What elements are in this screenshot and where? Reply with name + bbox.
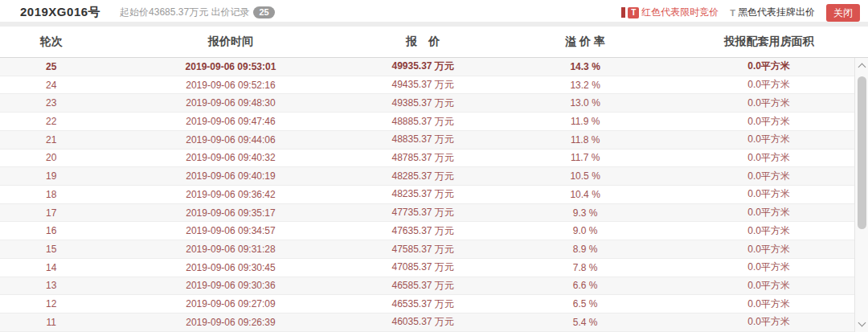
cell-bid-time: 2019-09-06 09:53:01	[103, 61, 359, 72]
table-body: 25 2019-09-06 09:53:01 49935.37 万元 14.3 …	[0, 58, 854, 332]
start-price-and-count: 起始价43685.37万元 出价记录 25	[120, 6, 275, 19]
table-row: 23 2019-09-06 09:48:30 49385.37 万元 13.0 …	[0, 94, 854, 113]
cell-support-area: 0.0平方米	[683, 59, 854, 73]
cell-bid-price: 46035.37 万元	[358, 315, 486, 329]
column-header-time: 报价时间	[103, 35, 359, 49]
cell-round: 24	[0, 80, 103, 91]
legend-red-label: 红色代表限时竞价	[641, 6, 719, 19]
cell-bid-price: 48885.37 万元	[358, 115, 486, 129]
table-row: 20 2019-09-06 09:40:32 48785.37 万元 11.7 …	[0, 150, 854, 168]
cell-premium-rate: 11.9 %	[487, 116, 683, 127]
column-header-price: 报 价	[358, 35, 486, 49]
cell-bid-price: 47585.37 万元	[358, 243, 486, 256]
cell-bid-price: 49435.37 万元	[358, 78, 486, 92]
cell-premium-rate: 9.0 %	[487, 225, 683, 236]
cell-bid-price: 49935.37 万元	[358, 59, 486, 73]
cell-support-area: 0.0平方米	[683, 115, 854, 129]
title-bar: 2019XG016号 起始价43685.37万元 出价记录 25 T 红色代表限…	[0, 0, 868, 22]
cell-bid-time: 2019-09-06 09:30:36	[103, 280, 359, 291]
cell-bid-price: 47085.37 万元	[358, 260, 486, 274]
cell-bid-price: 46585.37 万元	[358, 279, 486, 293]
cell-support-area: 0.0平方米	[683, 170, 854, 183]
cell-bid-time: 2019-09-06 09:36:42	[103, 189, 359, 200]
cell-support-area: 0.0平方米	[683, 297, 854, 311]
cell-premium-rate: 6.5 %	[487, 298, 683, 309]
cell-support-area: 0.0平方米	[683, 315, 854, 329]
table-row: 22 2019-09-06 09:47:46 48885.37 万元 11.9 …	[0, 113, 854, 131]
cell-bid-time: 2019-09-06 09:52:16	[103, 80, 359, 91]
column-header-round: 轮次	[0, 35, 103, 49]
table-header: 轮次 报价时间 报 价 溢 价 率 投报配套用房面积	[0, 27, 868, 58]
close-button[interactable]: 关闭	[826, 4, 860, 22]
cell-support-area: 0.0平方米	[683, 279, 854, 293]
bid-record-label: 出价记录	[211, 6, 249, 19]
chevron-down-icon	[858, 319, 866, 327]
cell-round: 20	[0, 152, 103, 163]
cell-bid-price: 48835.37 万元	[358, 133, 486, 146]
black-text-icon: T	[730, 8, 735, 18]
table-row: 25 2019-09-06 09:53:01 49935.37 万元 14.3 …	[0, 58, 854, 76]
cell-support-area: 0.0平方米	[683, 133, 854, 146]
cell-bid-time: 2019-09-06 09:40:19	[103, 170, 359, 182]
cell-premium-rate: 8.9 %	[487, 244, 683, 255]
cell-bid-time: 2019-09-06 09:31:28	[103, 244, 359, 255]
table-row: 17 2019-09-06 09:35:17 47735.37 万元 9.3 %…	[0, 204, 854, 223]
listing-title: 2019XG016号	[20, 5, 100, 20]
cell-round: 16	[0, 225, 103, 236]
cell-support-area: 0.0平方米	[683, 78, 854, 92]
column-header-premium: 溢 价 率	[487, 35, 683, 49]
cell-round: 12	[0, 298, 103, 309]
chevron-up-icon	[858, 64, 866, 72]
cell-premium-rate: 13.2 %	[487, 80, 683, 91]
cell-premium-rate: 10.5 %	[487, 170, 683, 182]
table-row: 13 2019-09-06 09:30:36 46585.37 万元 6.6 %…	[0, 277, 854, 296]
cell-bid-time: 2019-09-06 09:26:39	[103, 317, 359, 328]
table-row: 14 2019-09-06 09:30:45 47085.37 万元 7.8 %…	[0, 259, 854, 277]
table-row: 19 2019-09-06 09:40:19 48285.37 万元 10.5 …	[0, 167, 854, 186]
cell-bid-price: 48235.37 万元	[358, 187, 486, 201]
bid-count-badge: 25	[253, 6, 274, 18]
legend: T 红色代表限时竞价 T 黑色代表挂牌出价	[621, 6, 815, 19]
cell-premium-rate: 14.3 %	[487, 61, 683, 72]
column-header-area: 投报配套用房面积	[683, 35, 854, 49]
cell-bid-time: 2019-09-06 09:47:46	[103, 116, 359, 127]
cell-bid-time: 2019-09-06 09:40:32	[103, 152, 359, 163]
cell-bid-price: 47635.37 万元	[358, 224, 486, 238]
cell-round: 21	[0, 134, 103, 146]
table-row: 12 2019-09-06 09:27:09 46535.37 万元 6.5 %…	[0, 295, 854, 314]
cell-support-area: 0.0平方米	[683, 187, 854, 201]
cell-support-area: 0.0平方米	[683, 206, 854, 219]
scroll-up-button[interactable]	[855, 59, 868, 72]
cell-bid-price: 46535.37 万元	[358, 297, 486, 311]
cell-bid-time: 2019-09-06 09:35:17	[103, 207, 359, 219]
cell-round: 25	[0, 61, 103, 72]
cell-support-area: 0.0平方米	[683, 243, 854, 256]
scroll-down-button[interactable]	[855, 318, 868, 330]
cell-support-area: 0.0平方米	[683, 260, 854, 274]
legend-black-label: 黑色代表挂牌出价	[738, 6, 815, 19]
cell-bid-time: 2019-09-06 09:48:30	[103, 97, 359, 109]
cell-round: 11	[0, 317, 103, 328]
red-marker-icon	[621, 7, 625, 18]
table-row: 18 2019-09-06 09:36:42 48235.37 万元 10.4 …	[0, 186, 854, 204]
start-price-label: 起始价43685.37万元	[120, 6, 208, 19]
cell-support-area: 0.0平方米	[683, 151, 854, 165]
scrollbar-thumb[interactable]	[858, 76, 866, 229]
table-row: 16 2019-09-06 09:34:57 47635.37 万元 9.0 %…	[0, 222, 854, 240]
cell-support-area: 0.0平方米	[683, 96, 854, 110]
table-row: 21 2019-09-06 09:44:06 48835.37 万元 11.8 …	[0, 131, 854, 150]
table-row: 24 2019-09-06 09:52:16 49435.37 万元 13.2 …	[0, 76, 854, 95]
cell-bid-time: 2019-09-06 09:44:06	[103, 134, 359, 146]
bid-record-panel: 2019XG016号 起始价43685.37万元 出价记录 25 T 红色代表限…	[0, 0, 868, 332]
cell-round: 13	[0, 280, 103, 291]
cell-bid-time: 2019-09-06 09:34:57	[103, 225, 359, 236]
cell-bid-price: 48785.37 万元	[358, 151, 486, 165]
cell-premium-rate: 5.4 %	[487, 317, 683, 328]
cell-bid-price: 47735.37 万元	[358, 206, 486, 219]
cell-premium-rate: 7.8 %	[487, 262, 683, 273]
table-row: 11 2019-09-06 09:26:39 46035.37 万元 5.4 %…	[0, 314, 854, 332]
vertical-scrollbar[interactable]	[854, 58, 868, 332]
cell-round: 18	[0, 189, 103, 200]
cell-round: 17	[0, 207, 103, 219]
cell-round: 23	[0, 97, 103, 109]
